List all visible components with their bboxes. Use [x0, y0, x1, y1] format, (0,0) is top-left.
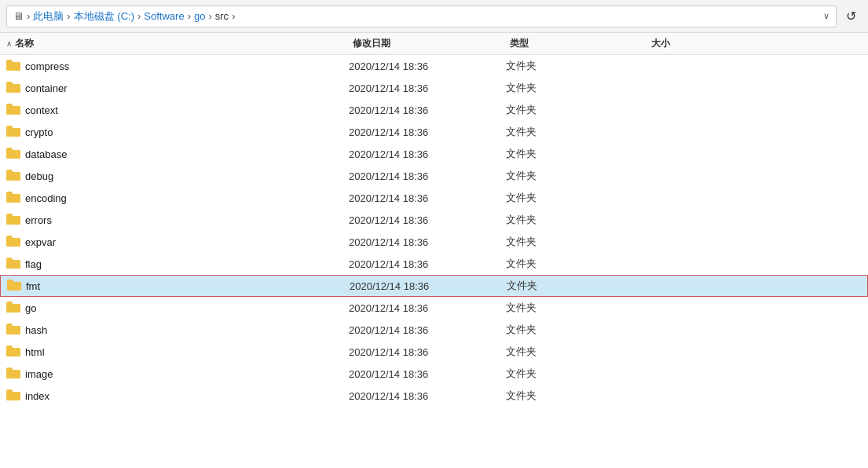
folder-icon	[6, 60, 20, 72]
file-date: 2020/12/14 18:36	[349, 302, 506, 314]
file-name: errors	[25, 214, 349, 226]
breadcrumb-c-drive[interactable]: 本地磁盘 (C:)	[74, 9, 134, 24]
file-row[interactable]: compress 2020/12/14 18:36 文件夹	[0, 55, 868, 77]
file-type: 文件夹	[506, 169, 647, 183]
file-row[interactable]: errors 2020/12/14 18:36 文件夹	[0, 209, 868, 231]
folder-icon	[6, 236, 20, 248]
file-type: 文件夹	[506, 147, 647, 161]
folder-icon	[6, 192, 20, 204]
file-row[interactable]: fmt 2020/12/14 18:36 文件夹	[0, 275, 868, 297]
breadcrumb-sep-2: ›	[137, 10, 141, 22]
file-name: compress	[25, 60, 349, 72]
file-type: 文件夹	[506, 389, 647, 403]
file-row[interactable]: go 2020/12/14 18:36 文件夹	[0, 297, 868, 319]
folder-icon	[7, 280, 21, 292]
file-row[interactable]: image 2020/12/14 18:36 文件夹	[0, 363, 868, 385]
file-date: 2020/12/14 18:36	[349, 324, 506, 336]
col-header-type[interactable]: 类型	[510, 37, 651, 50]
file-date: 2020/12/14 18:36	[349, 60, 506, 72]
file-date: 2020/12/14 18:36	[349, 368, 506, 380]
file-name: html	[25, 346, 349, 358]
address-bar: 🖥 › 此电脑 › 本地磁盘 (C:) › Software › go › sr…	[0, 0, 868, 33]
breadcrumb-container[interactable]: 🖥 › 此电脑 › 本地磁盘 (C:) › Software › go › sr…	[6, 5, 837, 27]
file-name: hash	[25, 324, 349, 336]
file-name: crypto	[25, 126, 349, 138]
file-type: 文件夹	[506, 81, 647, 95]
file-row[interactable]: flag 2020/12/14 18:36 文件夹	[0, 253, 868, 275]
breadcrumb-sep-4: ›	[208, 10, 211, 22]
file-row[interactable]: hash 2020/12/14 18:36 文件夹	[0, 319, 868, 341]
file-row[interactable]: container 2020/12/14 18:36 文件夹	[0, 77, 868, 99]
refresh-button[interactable]: ↺	[840, 5, 862, 27]
folder-icon	[6, 324, 20, 336]
col-header-size[interactable]: 大小	[651, 37, 745, 50]
file-name: debug	[25, 170, 349, 182]
file-date: 2020/12/14 18:36	[349, 236, 506, 248]
folder-icon	[6, 258, 20, 270]
file-date: 2020/12/14 18:36	[349, 390, 506, 402]
file-date: 2020/12/14 18:36	[349, 148, 506, 160]
file-row[interactable]: crypto 2020/12/14 18:36 文件夹	[0, 121, 868, 143]
breadcrumb-pc-icon: 🖥	[13, 10, 24, 22]
file-type: 文件夹	[506, 125, 647, 139]
file-type: 文件夹	[506, 257, 647, 271]
file-type: 文件夹	[506, 301, 647, 315]
breadcrumb-sep-5: ›	[232, 10, 235, 22]
file-type: 文件夹	[506, 323, 647, 337]
file-type: 文件夹	[506, 59, 647, 73]
file-date: 2020/12/14 18:36	[349, 104, 506, 116]
file-name: image	[25, 368, 349, 380]
sort-arrow-icon: ∧	[6, 39, 12, 48]
file-date: 2020/12/14 18:36	[349, 258, 506, 270]
file-type: 文件夹	[506, 213, 647, 227]
breadcrumb-sep-1: ›	[67, 10, 70, 22]
breadcrumb-sep-3: ›	[188, 10, 191, 22]
file-date: 2020/12/14 18:36	[349, 170, 506, 182]
file-name: flag	[25, 258, 349, 270]
folder-icon	[6, 126, 20, 138]
col-header-name[interactable]: 名称	[15, 37, 353, 50]
folder-icon	[6, 367, 20, 380]
folder-icon	[6, 346, 20, 358]
file-name: expvar	[25, 236, 349, 248]
file-date: 2020/12/14 18:36	[349, 214, 506, 226]
file-name: database	[25, 148, 349, 160]
file-row[interactable]: database 2020/12/14 18:36 文件夹	[0, 143, 868, 165]
breadcrumb-software[interactable]: Software	[144, 10, 184, 22]
breadcrumb-expand-icon[interactable]: ∨	[823, 11, 830, 21]
breadcrumb-sep-0: ›	[27, 10, 30, 22]
file-date: 2020/12/14 18:36	[349, 126, 506, 138]
file-date: 2020/12/14 18:36	[349, 192, 506, 204]
folder-icon	[6, 82, 20, 94]
file-list: compress 2020/12/14 18:36 文件夹 container …	[0, 55, 868, 468]
file-date: 2020/12/14 18:36	[349, 346, 506, 358]
file-row[interactable]: expvar 2020/12/14 18:36 文件夹	[0, 231, 868, 253]
file-type: 文件夹	[506, 191, 647, 205]
column-headers: ∧ 名称 修改日期 类型 大小	[0, 33, 868, 55]
breadcrumb-go[interactable]: go	[194, 10, 205, 22]
file-name: context	[25, 104, 349, 116]
folder-icon	[6, 389, 20, 402]
file-row[interactable]: encoding 2020/12/14 18:36 文件夹	[0, 187, 868, 209]
file-name: container	[25, 82, 349, 94]
file-row[interactable]: context 2020/12/14 18:36 文件夹	[0, 99, 868, 121]
file-name: index	[25, 390, 349, 402]
folder-icon	[6, 104, 20, 116]
breadcrumb-src: src	[215, 10, 229, 22]
file-type: 文件夹	[506, 345, 647, 359]
content-area: ∧ 名称 修改日期 类型 大小 compress 2020/12/14 18:3…	[0, 33, 868, 468]
folder-icon	[6, 170, 20, 182]
file-row[interactable]: html 2020/12/14 18:36 文件夹	[0, 341, 868, 363]
folder-icon	[6, 214, 20, 226]
file-name: encoding	[25, 192, 349, 204]
col-header-date[interactable]: 修改日期	[353, 37, 510, 50]
file-name: go	[25, 302, 349, 314]
file-date: 2020/12/14 18:36	[349, 82, 506, 94]
file-date: 2020/12/14 18:36	[350, 280, 507, 292]
folder-icon	[6, 148, 20, 160]
file-type: 文件夹	[506, 235, 647, 249]
file-row[interactable]: index 2020/12/14 18:36 文件夹	[0, 385, 868, 407]
breadcrumb-thispc[interactable]: 此电脑	[33, 9, 64, 24]
file-name: fmt	[26, 280, 350, 292]
file-row[interactable]: debug 2020/12/14 18:36 文件夹	[0, 165, 868, 187]
